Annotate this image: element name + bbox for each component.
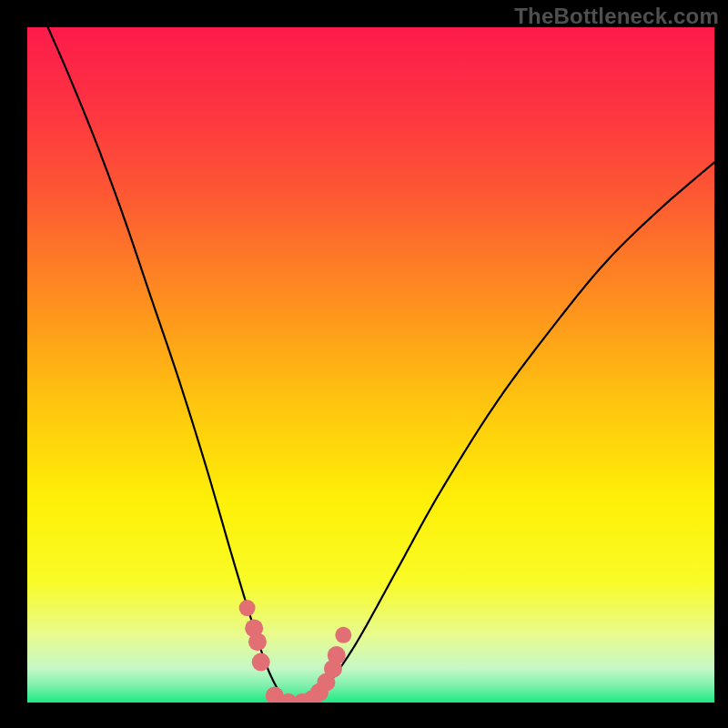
highlight-marker: [239, 600, 256, 616]
frame-left: [0, 0, 27, 728]
highlight-marker: [335, 627, 351, 643]
svg-rect-0: [27, 27, 714, 703]
frame-bottom: [0, 703, 728, 728]
highlight-marker: [248, 632, 267, 651]
chart-frame: TheBottleneck.com: [0, 0, 728, 728]
bottleneck-chart: [0, 0, 728, 728]
frame-right: [714, 0, 728, 728]
highlight-marker: [328, 646, 346, 664]
watermark-text: TheBottleneck.com: [514, 4, 719, 29]
highlight-marker: [252, 652, 270, 671]
